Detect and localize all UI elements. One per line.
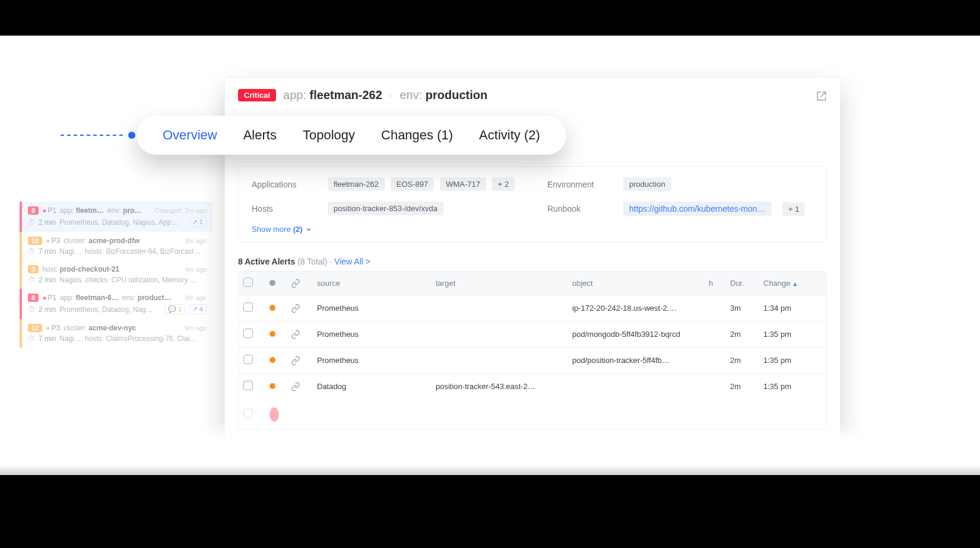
show-more-link[interactable]: Show more (2) — [252, 225, 312, 234]
chevron-down-icon — [305, 226, 312, 233]
priority-label: P3 — [46, 237, 60, 245]
label: Runbook — [547, 204, 613, 214]
age: 7 min — [39, 334, 56, 343]
incident-sidebar: 8 P1 app: fleetm… env: pro… Changed: 2m … — [20, 202, 213, 348]
app-tag[interactable]: WMA-717 — [440, 177, 486, 191]
separator-dot: · — [389, 88, 393, 102]
tab-alerts[interactable]: Alerts — [243, 128, 277, 143]
incident-count-badge: 8 — [28, 206, 39, 215]
cell-source: Prometheus — [317, 330, 436, 339]
incident-item[interactable]: 8 P1 app: fleetm… env: pro… Changed: 2m … — [20, 202, 213, 232]
share-chip[interactable]: ↗ 4 — [189, 304, 207, 314]
cell-dur: 3m — [730, 304, 763, 313]
app-tag[interactable]: EOS-897 — [391, 177, 434, 191]
col-change[interactable]: Change▲ — [763, 279, 816, 288]
incident-item[interactable]: 12 P3 cluster: acme-prod-dfw 3m ago ⏱ 7 … — [20, 232, 213, 260]
clock-icon: ⏱ — [28, 218, 35, 227]
col-source[interactable]: source — [317, 279, 436, 288]
more-runbooks-chip[interactable]: + 1 — [782, 202, 805, 216]
runbook-link[interactable]: https://github.com/kubernetes-monito… — [623, 202, 772, 216]
more-apps-chip[interactable]: + 2 — [492, 177, 515, 191]
alerts-total: (8 Total) — [297, 257, 327, 266]
tab-overview[interactable]: Overview — [163, 128, 217, 143]
header-env: env: production — [399, 88, 487, 102]
changed-ago: 9m ago — [185, 294, 207, 301]
link-icon[interactable] — [291, 303, 317, 313]
incident-count-badge: 3 — [28, 265, 39, 273]
app-tag[interactable]: fleetman-262 — [328, 177, 385, 191]
priority-label: P1 — [42, 294, 56, 302]
field-environment: Environment production — [547, 177, 813, 191]
changed-ago: 4m ago — [185, 266, 207, 273]
cell-change: 1:35 pm — [763, 356, 816, 365]
col-target[interactable]: target — [436, 279, 572, 288]
info-box: Applications fleetman-262 EOS-897 WMA-71… — [238, 166, 827, 243]
clock-icon: ⏱ — [28, 334, 35, 343]
kv: checks: CPU utilization, Memory … — [85, 276, 197, 284]
row-checkbox[interactable] — [243, 355, 253, 364]
kv: host: prod-checkout-21 — [42, 265, 119, 273]
kv: app: fleetm… — [60, 206, 104, 215]
table-row[interactable]: Prometheus pod/mongodb-5ff4fb3912-bqrcd … — [239, 321, 826, 347]
row-checkbox[interactable] — [243, 329, 253, 338]
env-tag[interactable]: production — [623, 177, 671, 191]
header-app: app: fleetman-262 — [283, 88, 382, 102]
link-icon[interactable] — [291, 355, 317, 365]
view-all-link[interactable]: View All > — [334, 257, 370, 266]
incident-item[interactable]: 12 P3 cluster: acme-dev-nyc 9m ago ⏱ 7 m… — [20, 319, 213, 348]
cell-dur: 2m — [730, 330, 763, 339]
link-icon[interactable] — [291, 381, 317, 391]
incident-item[interactable]: 8 P1 app: fleetman-6… env: product… 9m a… — [20, 289, 213, 319]
incident-count-badge: 12 — [28, 324, 42, 332]
alerts-table: source target object h Dur. Change▲ Prom… — [238, 271, 827, 429]
sources-summary: Prometheus, Datadog, Nag… — [59, 305, 153, 314]
priority-label: P3 — [46, 324, 60, 332]
table-row[interactable] — [239, 399, 826, 429]
tab-topology[interactable]: Topology — [303, 128, 355, 143]
sort-asc-icon: ▲ — [792, 281, 798, 287]
field-hosts: Hosts position-tracker-853-/dev/xvda — [252, 202, 518, 215]
col-dur[interactable]: Dur. — [730, 279, 763, 288]
comment-chip[interactable]: 💬 1 — [164, 304, 185, 314]
incident-count-badge: 12 — [28, 237, 42, 245]
cell-target: position-tracker-543.east-2… — [436, 382, 572, 391]
cell-source: Prometheus — [317, 304, 436, 313]
table-row[interactable]: Prometheus pod/position-tracker-5ff4fb… … — [239, 347, 826, 373]
row-checkbox[interactable] — [243, 302, 253, 312]
link-icon — [291, 278, 317, 288]
clock-icon: ⏱ — [28, 276, 35, 284]
cell-object: pod/mongodb-5ff4fb3912-bqrcd — [572, 330, 709, 339]
row-checkbox[interactable] — [243, 381, 253, 390]
clock-icon: ⏱ — [28, 247, 35, 256]
sources-summary: Nagi… — [59, 334, 81, 343]
age: 2 min — [39, 305, 56, 314]
cell-object: pod/position-tracker-5ff4fb… — [572, 356, 709, 365]
alerts-title: 8 Active Alerts — [238, 257, 295, 266]
table-row[interactable]: Prometheus ip-172-20-242-18.us-west-2.… … — [239, 295, 826, 321]
table-row[interactable]: Datadog position-tracker-543.east-2… 2m … — [239, 373, 826, 399]
open-external-icon[interactable] — [816, 88, 827, 102]
kv: hosts: ClaimsProcessing-76, Clai… — [85, 334, 196, 343]
incident-count-badge: 8 — [28, 294, 39, 302]
select-all-checkbox[interactable] — [243, 278, 253, 287]
link-icon[interactable] — [291, 329, 317, 339]
share-chip[interactable]: ↗ 1 — [189, 217, 207, 227]
age: 2 min — [39, 276, 56, 284]
status-dot-icon — [269, 383, 275, 389]
changed-ago: 3m ago — [185, 237, 207, 244]
tab-changes[interactable]: Changes (1) — [381, 128, 453, 143]
incident-item[interactable]: 3 host: prod-checkout-21 4m ago ⏱ 2 min … — [20, 260, 213, 289]
tab-activity[interactable]: Activity (2) — [479, 128, 540, 143]
col-object[interactable]: object — [572, 279, 709, 288]
kv: cluster: acme-dev-nyc — [64, 324, 136, 332]
row-checkbox[interactable] — [243, 409, 253, 418]
kv: hosts: BizForcaster-64, BizForcast… — [85, 247, 201, 256]
status-dot-icon — [269, 407, 279, 422]
status-dot-icon — [269, 357, 275, 363]
age: 2 min — [39, 218, 56, 227]
kv: cluster: acme-prod-dfw — [64, 237, 139, 245]
label: Environment — [547, 180, 613, 189]
tab-bar: Overview Alerts Topology Changes (1) Act… — [137, 116, 566, 155]
col-host[interactable]: h — [709, 279, 730, 288]
host-tag[interactable]: position-tracker-853-/dev/xvda — [328, 202, 443, 215]
